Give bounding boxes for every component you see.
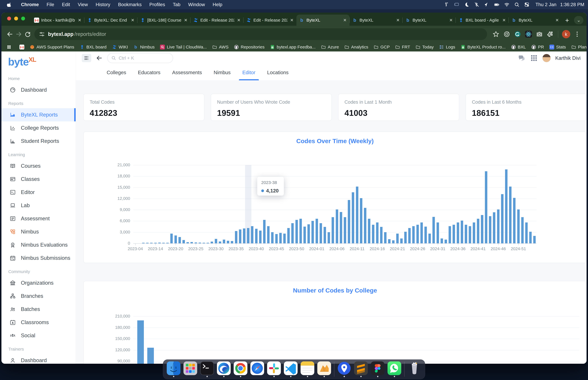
- new-tab-button[interactable]: +: [563, 16, 571, 25]
- chart-bar[interactable]: [465, 225, 467, 244]
- menu-file[interactable]: File: [43, 2, 58, 7]
- tab-close-icon[interactable]: ✕: [395, 18, 400, 23]
- bookmark-aws-support-plans[interactable]: AWS Support Plans: [30, 45, 74, 49]
- chart-bar[interactable]: [525, 223, 528, 243]
- chart-bar[interactable]: [348, 200, 350, 243]
- browser-tab[interactable]: bByteXL✕: [296, 15, 349, 26]
- chart-bar[interactable]: [489, 216, 491, 244]
- user-avatar[interactable]: [542, 54, 551, 62]
- sidebar-item-nimbus-submissions[interactable]: Nimbus Submissions: [1, 251, 76, 265]
- chart-bar[interactable]: [211, 242, 213, 243]
- chart-bar[interactable]: [170, 234, 173, 243]
- dock-whatsapp-icon[interactable]: [388, 361, 401, 377]
- search-input[interactable]: Ctrl + K: [107, 53, 173, 63]
- tab-search-button[interactable]: ⌄: [574, 16, 583, 24]
- apps-grid-icon[interactable]: [530, 54, 538, 62]
- chart-bar[interactable]: [323, 227, 326, 243]
- sidebar-item-dashboard[interactable]: Dashboard: [1, 83, 76, 96]
- chart-bar[interactable]: [259, 231, 262, 243]
- chart-bar[interactable]: [396, 234, 399, 243]
- bookmark-gcp[interactable]: GCP: [374, 45, 390, 49]
- chat-icon[interactable]: [518, 54, 526, 62]
- chart-bar[interactable]: [388, 239, 391, 243]
- chart-bar[interactable]: [352, 192, 354, 244]
- chart-bar[interactable]: [291, 223, 294, 243]
- sidebar-item-classrooms[interactable]: Classrooms: [1, 316, 76, 329]
- bookmark-analytics[interactable]: Analytics: [344, 45, 368, 49]
- chart-bar[interactable]: [219, 242, 221, 243]
- chart-bar[interactable]: [445, 240, 447, 243]
- dock-edge-icon[interactable]: [217, 361, 231, 377]
- sidebar-item-assessment[interactable]: Assessment: [1, 212, 76, 225]
- chart-bar[interactable]: [239, 229, 241, 243]
- chart-bar[interactable]: [275, 234, 278, 243]
- bookmark-repositories[interactable]: Repositories: [234, 45, 265, 49]
- chart-bar[interactable]: [400, 238, 403, 243]
- volume-muted-icon[interactable]: [484, 1, 490, 8]
- chart-bar[interactable]: [441, 238, 443, 243]
- browser-tab[interactable]: Edit - Release 2024✕: [243, 15, 296, 26]
- browser-tab[interactable]: [BXL-186] Course U✕: [137, 15, 190, 26]
- dock-sublime-text-icon[interactable]: [354, 361, 368, 377]
- spotlight-search-icon[interactable]: [514, 1, 520, 8]
- chart-bar[interactable]: [473, 223, 475, 243]
- extensions-puzzle-icon[interactable]: [546, 30, 554, 38]
- chart-bar[interactable]: [408, 228, 411, 243]
- browser-tab[interactable]: Edit - Release 2025✕: [190, 15, 243, 26]
- chart-bar[interactable]: [287, 228, 290, 243]
- dock-slack-icon[interactable]: [267, 361, 281, 377]
- menu-profiles[interactable]: Profiles: [145, 2, 169, 7]
- menu-tab[interactable]: Tab: [169, 2, 184, 7]
- tab-close-icon[interactable]: ✕: [448, 18, 453, 23]
- chart-bar[interactable]: [533, 236, 536, 243]
- bookmark-bytexl-product-ro[interactable]: ByteXL Product ro...: [461, 45, 506, 49]
- back-button[interactable]: [5, 30, 14, 38]
- sidebar-item-editor[interactable]: Editor: [1, 186, 76, 199]
- bookmark-live-tail-cloudwa[interactable]: Live Tail | CloudWa...: [160, 45, 207, 49]
- chart-bar[interactable]: [469, 226, 471, 243]
- bookmark-today[interactable]: Today: [416, 45, 434, 49]
- chart-bar[interactable]: [271, 232, 274, 243]
- dock-trash-icon[interactable]: [408, 361, 421, 377]
- menu-bookmarks[interactable]: Bookmarks: [114, 2, 145, 7]
- forward-button[interactable]: [14, 30, 23, 38]
- chart-bar[interactable]: [283, 234, 286, 243]
- chart-bar[interactable]: [517, 209, 520, 244]
- menu-chrome[interactable]: Chrome: [17, 2, 43, 7]
- dock-safari-icon[interactable]: [250, 361, 264, 377]
- bookmark-azure[interactable]: Azure: [321, 45, 339, 49]
- tab-close-icon[interactable]: ✕: [183, 18, 188, 23]
- chart-bar[interactable]: [227, 241, 229, 243]
- chart-bar[interactable]: [328, 232, 330, 243]
- sidebar-item-nimbus[interactable]: Nimbus: [1, 225, 76, 238]
- dock-notes-icon[interactable]: [301, 361, 314, 377]
- dock-launchpad-icon[interactable]: [184, 361, 197, 377]
- bookmark-gmail[interactable]: [19, 45, 24, 49]
- tab-colleges[interactable]: Colleges: [107, 65, 126, 80]
- menu-history[interactable]: History: [92, 2, 114, 7]
- browser-tab[interactable]: BXL board - Agile B✕: [455, 15, 509, 26]
- chart-bar[interactable]: [485, 171, 487, 243]
- sidebar-item-social[interactable]: Social: [1, 329, 76, 342]
- chart-bar[interactable]: [417, 225, 419, 244]
- dock-figma-icon[interactable]: [371, 361, 384, 377]
- control-center-icon[interactable]: [524, 1, 530, 8]
- menu-edit[interactable]: Edit: [58, 2, 74, 7]
- password-keys-icon[interactable]: [444, 1, 450, 8]
- chart-bar[interactable]: [300, 219, 302, 243]
- chart-bar[interactable]: [340, 212, 342, 243]
- chart-bar[interactable]: [251, 226, 253, 243]
- chart-bar[interactable]: [247, 228, 249, 244]
- dock-chrome-icon[interactable]: [234, 361, 247, 377]
- chart-bar[interactable]: [332, 217, 334, 243]
- chart-bar[interactable]: [432, 217, 435, 243]
- dock-pin-app-icon[interactable]: [337, 361, 351, 377]
- bookmark-stats[interactable]: Stats: [550, 45, 566, 49]
- bookmark-bxl[interactable]: BXL: [511, 45, 526, 49]
- browser-profile-avatar[interactable]: k: [562, 30, 570, 38]
- bookmark-bytexl-app-feedba[interactable]: bytexl.app Feedba...: [270, 45, 316, 49]
- chart-bar[interactable]: [372, 225, 374, 244]
- chart-bar[interactable]: [295, 220, 298, 243]
- fullscreen-window-button[interactable]: [21, 17, 25, 20]
- sidebar-item-bytexl-reports[interactable]: ByteXL Reports: [1, 108, 76, 121]
